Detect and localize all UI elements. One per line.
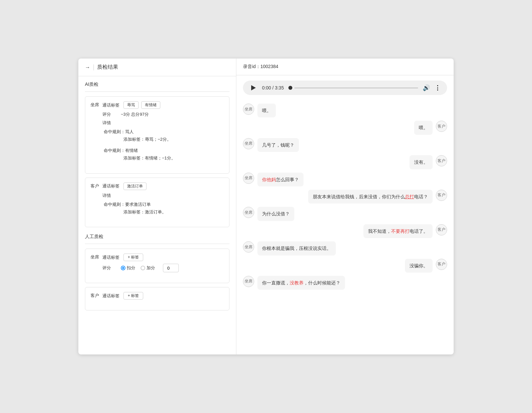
ai-agent-tag-1[interactable]: 辱骂 [123, 101, 139, 109]
more-options-icon[interactable]: ⋮ [435, 84, 440, 91]
bubble-7: 为什么没借？ [257, 207, 294, 221]
ai-agent-tag-row: 坐席 通话标签 辱骂 有情绪 评分 −3分 总分97分 [91, 101, 224, 165]
manual-section-title: 人工质检 [85, 234, 229, 240]
chat-row-5: 坐席 你他妈怎么回事？ [243, 173, 447, 186]
page-title: 质检结果 [97, 64, 118, 71]
recording-label: 录音id： [243, 64, 260, 69]
manual-agent-role: 坐席 [91, 254, 102, 260]
ai-agent-score-row: 评分 −3分 总分97分 [102, 111, 224, 117]
manual-agent-score-row: 评分 扣分 [102, 264, 224, 272]
ai-agent-content: 通话标签 辱骂 有情绪 评分 −3分 总分97分 详情 [102, 101, 224, 165]
play-icon [251, 85, 256, 90]
right-panel: 录音id：1002384 0:00 / 3:35 🔊 ⋮ 坐席 [236, 59, 454, 354]
highlight-6-1: 总打 [405, 194, 414, 199]
bubble-8: 我不知道，不要再打电话了。 [363, 224, 433, 238]
manual-customer-role: 客户 [91, 292, 102, 299]
ai-section-title: AI质检 [85, 82, 229, 87]
play-button[interactable] [250, 84, 257, 92]
deduct-label: 扣分 [127, 265, 135, 271]
chat-row-6: 客户 朋友本来说借给我钱，后来没借，你们为什么总打电话？ [243, 190, 447, 204]
audio-player: 0:00 / 3:35 🔊 ⋮ [243, 81, 447, 95]
ai-customer-role: 客户 [91, 182, 102, 189]
bubble-2: 喂。 [414, 121, 433, 134]
recording-id: 1002384 [260, 64, 279, 69]
current-time: 0:00 [262, 85, 271, 90]
right-header: 录音id：1002384 [236, 59, 454, 75]
ai-agent-tag-label: 通话标签 [102, 102, 120, 108]
manual-customer-tags-row: 通话标签 + 标签 [102, 292, 224, 300]
bubble-10: 没骗你。 [405, 259, 433, 273]
ai-customer-content: 通话标签 激活订单 详情 命中规则：要求激活订单添加标签：激活订单。 [102, 182, 224, 219]
ai-agent-score-value: −3分 总分97分 [121, 111, 149, 117]
bubble-3: 几号了，钱呢？ [257, 138, 299, 152]
ai-customer-tag-1[interactable]: 激活订单 [123, 182, 146, 190]
avatar-customer-8: 客户 [436, 224, 447, 235]
ai-agent-rule-2-text: 命中规则：有情绪添加标签：有情绪；−1分。 [104, 147, 224, 162]
ai-agent-rule-1: 命中规则：骂人添加标签：辱骂；−2分。 [102, 128, 224, 143]
time-separator: / [272, 85, 275, 90]
deduct-radio-dot [122, 267, 124, 269]
manual-divider [85, 244, 229, 244]
chat-row-8: 客户 我不知道，不要再打电话了。 [243, 224, 447, 238]
header-divider [93, 64, 94, 70]
volume-icon[interactable]: 🔊 [423, 84, 430, 91]
ai-customer-tag-label: 通话标签 [102, 183, 120, 189]
manual-agent-deduct-radio[interactable]: 扣分 [121, 265, 135, 271]
ai-agent-tag-2[interactable]: 有情绪 [141, 101, 160, 109]
manual-agent-tag-label: 通话标签 [102, 255, 120, 260]
manual-agent-tag-row: 坐席 通话标签 + 标签 评分 [91, 254, 224, 275]
ai-agent-role: 坐席 [91, 101, 102, 108]
main-container: → 质检结果 AI质检 坐席 通话标签 辱骂 有情绪 [78, 59, 454, 354]
chat-row-4: 客户 没有。 [243, 155, 447, 169]
manual-customer-content: 通话标签 + 标签 [102, 292, 224, 302]
manual-agent-score-input[interactable] [163, 264, 179, 272]
ai-customer-block: 客户 通话标签 激活订单 详情 命中规则：要求激活订单添加标签：激活订单。 [85, 178, 229, 228]
chat-row-10: 客户 没骗你。 [243, 259, 447, 273]
chat-row-9: 坐席 你根本就是骗我，压根没说实话。 [243, 241, 447, 255]
chat-area: 坐席 喂。 客户 喂。 坐席 几号了，钱呢？ 客户 没有。 坐席 你他妈怎么回事 [236, 100, 454, 354]
avatar-customer-6: 客户 [436, 190, 447, 201]
avatar-agent-9: 坐席 [243, 241, 254, 253]
ai-section: AI质检 坐席 通话标签 辱骂 有情绪 评分 [85, 82, 229, 227]
manual-agent-add-tag-btn[interactable]: + 标签 [123, 254, 143, 261]
ai-agent-detail-label: 详情 [102, 120, 224, 126]
deduct-radio-circle [121, 266, 125, 270]
avatar-customer-10: 客户 [436, 259, 447, 270]
ai-customer-tag-row: 客户 通话标签 激活订单 详情 命中规则：要求激活订单添加标签：激活订单。 [91, 182, 224, 219]
bubble-9: 你根本就是骗我，压根没说实话。 [257, 241, 336, 255]
highlight-11-1: 没教养 [290, 280, 304, 285]
avatar-customer-4: 客户 [436, 155, 447, 166]
avatar-agent-1: 坐席 [243, 104, 254, 115]
ai-divider [85, 91, 229, 92]
ai-customer-detail-label: 详情 [102, 193, 224, 199]
ai-agent-rule-1-text: 命中规则：骂人添加标签：辱骂；−2分。 [104, 128, 224, 143]
ai-customer-detail: 详情 命中规则：要求激活订单添加标签：激活订单。 [102, 193, 224, 216]
panel-body: AI质检 坐席 通话标签 辱骂 有情绪 评分 [78, 76, 236, 354]
bubble-4: 没有。 [410, 155, 433, 169]
manual-customer-add-tag-btn[interactable]: + 标签 [123, 292, 143, 300]
progress-track [294, 87, 418, 88]
chat-row-11: 坐席 你一直撒谎，没教养，什么时候能还？ [243, 276, 447, 290]
left-panel: → 质检结果 AI质检 坐席 通话标签 辱骂 有情绪 [78, 59, 236, 354]
manual-customer-tag-label: 通话标签 [102, 293, 120, 299]
arrow-icon: → [85, 64, 90, 70]
ai-agent-tags-row: 通话标签 辱骂 有情绪 [102, 101, 224, 109]
progress-bar-wrap[interactable] [288, 86, 418, 90]
chat-row-7: 坐席 为什么没借？ [243, 207, 447, 221]
bubble-11: 你一直撒谎，没教养，什么时候能还？ [257, 276, 345, 290]
manual-agent-tags-row: 通话标签 + 标签 [102, 254, 224, 261]
ai-customer-rule-1-text: 命中规则：要求激活订单添加标签：激活订单。 [104, 201, 224, 216]
manual-agent-add-radio[interactable]: 加分 [141, 265, 155, 271]
chat-row-3: 坐席 几号了，钱呢？ [243, 138, 447, 152]
chat-row-2: 客户 喂。 [243, 121, 447, 134]
ai-agent-rule-2: 命中规则：有情绪添加标签：有情绪；−1分。 [102, 147, 224, 162]
chat-row-1: 坐席 喂。 [243, 104, 447, 117]
panel-header: → 质检结果 [78, 59, 236, 76]
avatar-agent-3: 坐席 [243, 138, 254, 149]
manual-section: 人工质检 坐席 通话标签 + 标签 评分 [85, 234, 229, 310]
add-label: 加分 [146, 265, 155, 271]
total-time: 3:35 [275, 85, 284, 90]
avatar-agent-7: 坐席 [243, 207, 254, 218]
time-display: 0:00 / 3:35 [262, 85, 284, 90]
progress-dot [288, 86, 292, 90]
